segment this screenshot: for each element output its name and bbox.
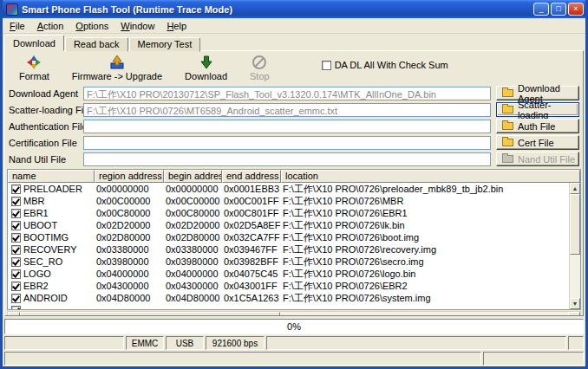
cell-location: F:\工作\X10 PRO\0726\MBR: [281, 195, 580, 208]
table-row[interactable]: ANDROID 0x04D80000 0x04D80000 0x1C5A1263…: [8, 292, 580, 304]
stop-icon: [252, 55, 267, 70]
row-checkbox[interactable]: [11, 245, 21, 255]
status-segment-empty: [4, 336, 124, 350]
cell-end-address: 0x00C801FF: [222, 208, 281, 218]
certification-file-input[interactable]: [83, 136, 491, 150]
scatter-loading-file-button[interactable]: Scatter-loading: [496, 102, 579, 117]
table-row[interactable]: UBOOT 0x02D20000 0x02D20000 0x02D5A8EF F…: [8, 219, 580, 231]
authentication-file-input[interactable]: [83, 120, 491, 133]
cell-region-address: 0x00C00000: [95, 196, 164, 206]
cell-name: EBR2: [22, 281, 95, 291]
maximize-button[interactable]: □: [551, 3, 566, 16]
row-checkbox[interactable]: [11, 294, 21, 303]
firmware-upgrade-button[interactable]: Firmware -> Upgrade: [72, 55, 162, 81]
stop-button: Stop: [250, 55, 270, 81]
authentication-file-row: Authentication File Auth File: [9, 119, 579, 133]
horizontal-scroll-thumb[interactable]: [20, 312, 280, 316]
cell-region-address: 0x04300000: [95, 281, 164, 291]
scroll-left-icon[interactable]: ◄: [8, 312, 20, 316]
menu-options[interactable]: Options: [69, 19, 114, 33]
horizontal-scrollbar[interactable]: ◄ ►: [7, 311, 581, 316]
cell-region-address: 0x00C80000: [95, 208, 164, 218]
cert-file-button[interactable]: Cert File: [496, 135, 579, 150]
bottom-segment-empty: [4, 352, 481, 366]
column-header-begin-address[interactable]: begin address: [164, 170, 222, 183]
cell-end-address: 0x02D5A8EF: [222, 220, 281, 230]
nand-util-file-row: Nand Util File Nand Util File: [9, 152, 579, 166]
column-header-name[interactable]: name: [8, 170, 95, 183]
cert-file-button-label: Cert File: [518, 138, 554, 148]
download-agent-input[interactable]: F:\工作\X10 PRO\20130712\SP_Flash_Tool_v3.…: [83, 87, 491, 100]
column-header-end-address[interactable]: end address: [222, 170, 281, 183]
cell-region-address: 0x02D80000: [95, 232, 164, 243]
row-checkbox[interactable]: [11, 221, 21, 230]
table-header: name region address begin address end ad…: [8, 170, 580, 183]
table-row[interactable]: EBR2 0x04300000 0x04300000 0x043001FF F:…: [8, 280, 580, 292]
cell-name: UBOOT: [22, 220, 95, 230]
status-storage-type: EMMC: [126, 336, 164, 350]
vertical-scroll-thumb[interactable]: [570, 194, 580, 255]
scatter-loading-input[interactable]: F:\工作\X10 PRO\0726\MT6589_Android_scatte…: [83, 103, 491, 117]
title-bar[interactable]: Smart Phone Flash Tool (Runtime Trace Mo…: [3, 0, 585, 18]
cell-name: RECOVERY: [22, 244, 95, 255]
table-row[interactable]: PRELOADER 0x00000000 0x00000000 0x0001EB…: [8, 183, 580, 195]
checksum-checkbox[interactable]: [322, 61, 331, 70]
row-checkbox[interactable]: [11, 282, 21, 291]
scroll-right-icon[interactable]: ►: [568, 312, 580, 316]
row-checkbox[interactable]: [11, 197, 21, 206]
tab-download[interactable]: Download: [4, 35, 64, 51]
download-label: Download: [185, 71, 227, 81]
cell-location: F:\工作\X10 PRO\0726\preloader_mbk89_tb_jb…: [281, 183, 580, 196]
tab-memory-test[interactable]: Memory Test: [129, 37, 201, 52]
row-checkbox[interactable]: [11, 257, 21, 267]
table-row[interactable]: SEC_RO 0x03980000 0x03980000 0x03982BFF …: [8, 256, 580, 268]
tab-strip: Download Read back Memory Test: [3, 34, 585, 50]
firmware-upgrade-label: Firmware -> Upgrade: [72, 71, 162, 81]
table-row[interactable]: [8, 304, 580, 309]
menu-help[interactable]: Help: [160, 19, 193, 33]
column-header-region-address[interactable]: region address: [95, 170, 164, 183]
checksum-checkbox-row[interactable]: DA DL All With Check Sum: [322, 60, 448, 70]
table-row[interactable]: LOGO 0x04000000 0x04000000 0x04075C45 F:…: [8, 268, 580, 280]
table-row[interactable]: EBR1 0x00C80000 0x00C80000 0x00C801FF F:…: [8, 207, 580, 219]
cell-region-address: 0x04D80000: [95, 293, 164, 303]
menu-action[interactable]: Action: [31, 19, 70, 33]
tab-read-back[interactable]: Read back: [65, 37, 128, 52]
cell-name: PRELOADER: [22, 184, 95, 194]
minimize-button[interactable]: _: [533, 3, 549, 16]
table-row[interactable]: MBR 0x00C00000 0x00C00000 0x00C001FF F:\…: [8, 195, 580, 207]
menu-window[interactable]: Window: [114, 19, 160, 33]
scatter-loading-button-label: Scatter-loading: [518, 100, 578, 120]
download-button[interactable]: Download: [185, 55, 227, 81]
file-form: Download Agent F:\工作\X10 PRO\20130712\SP…: [7, 84, 581, 168]
download-agent-row: Download Agent F:\工作\X10 PRO\20130712\SP…: [9, 86, 579, 100]
cell-location: F:\工作\X10 PRO\0726\EBR1: [281, 207, 580, 220]
cell-begin-address: 0x04300000: [164, 281, 222, 291]
row-checkbox[interactable]: [11, 306, 21, 310]
scatter-loading-row: Scatter-loading File F:\工作\X10 PRO\0726\…: [9, 102, 579, 117]
cell-location: F:\工作\X10 PRO\0726\system.img: [281, 292, 580, 305]
scroll-up-icon[interactable]: ▲: [570, 183, 580, 194]
table-row[interactable]: RECOVERY 0x03380000 0x03380000 0x039467F…: [8, 243, 580, 256]
row-checkbox[interactable]: [11, 233, 21, 243]
scroll-down-icon[interactable]: ▼: [570, 298, 580, 309]
status-baud-rate: 921600 bps: [206, 336, 265, 350]
vertical-scrollbar[interactable]: ▲ ▼: [569, 183, 580, 309]
scatter-loading-label: Scatter-loading File: [9, 105, 83, 115]
table-row[interactable]: BOOTIMG 0x02D80000 0x02D80000 0x032CA7FF…: [8, 231, 580, 243]
download-agent-file-button[interactable]: Download Agent: [496, 86, 579, 100]
status-segment-empty: [266, 336, 566, 350]
nand-util-file-input[interactable]: [83, 152, 491, 166]
horizontal-scroll-track: [280, 312, 568, 316]
row-checkbox[interactable]: [11, 184, 21, 194]
close-button[interactable]: ×: [568, 3, 584, 16]
format-button[interactable]: Format: [19, 55, 49, 81]
row-checkbox[interactable]: [11, 269, 21, 279]
row-checkbox[interactable]: [11, 209, 21, 218]
column-header-location[interactable]: location: [281, 170, 580, 183]
menu-file[interactable]: File: [3, 19, 31, 33]
cell-region-address: 0x00000000: [95, 184, 164, 194]
cell-end-address: 0x03982BFF: [222, 256, 281, 267]
auth-file-button[interactable]: Auth File: [496, 119, 579, 133]
folder-icon: [502, 106, 513, 113]
